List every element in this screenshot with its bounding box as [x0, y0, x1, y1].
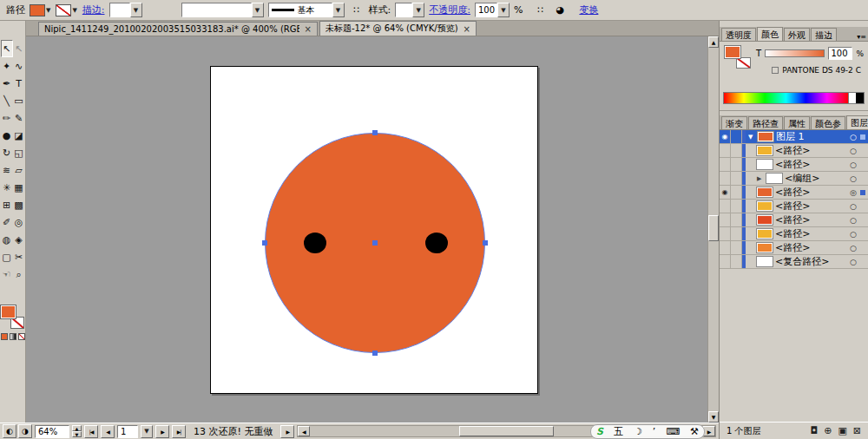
panel-tab-color[interactable]: 颜色 [757, 27, 783, 41]
eye-shape-2[interactable] [425, 233, 448, 253]
slice-tool[interactable]: ✂ [13, 248, 25, 265]
lock-toggle[interactable] [731, 130, 742, 143]
anchor-point-4[interactable] [483, 240, 488, 246]
target-circle[interactable]: ○ [846, 158, 860, 171]
blob-brush-tool[interactable]: ● [1, 127, 13, 144]
panel-tab-color-guide[interactable]: 颜色参 [811, 116, 845, 129]
free-transform-tool[interactable]: ▱ [13, 161, 25, 179]
layer-row-5[interactable]: ◉<路径>◎ [720, 186, 868, 200]
panel-tab-gradient[interactable]: 渐变 [721, 116, 747, 129]
chevron-down-icon[interactable]: ▼ [497, 3, 510, 17]
lock-toggle[interactable] [731, 172, 742, 185]
sogou-logo-icon[interactable]: S [596, 427, 603, 436]
chevron-down-icon[interactable]: ▼ [252, 3, 264, 17]
canvas[interactable] [26, 36, 707, 423]
vertical-scrollbar[interactable]: ▲ ▼ [707, 36, 719, 423]
new-sublayer-button[interactable]: ⊕ [824, 425, 832, 436]
target-circle[interactable]: ○ [846, 255, 860, 268]
gradient-mode-button[interactable] [10, 333, 16, 340]
lock-toggle[interactable] [731, 158, 742, 171]
lock-toggle[interactable] [731, 227, 742, 240]
lock-toggle[interactable] [731, 144, 742, 157]
panel-tab-layers[interactable]: 图层 [846, 115, 868, 129]
width-profile-select[interactable]: 基本 ▼ [268, 3, 345, 17]
target-circle[interactable]: ○ [846, 241, 860, 254]
status-expand-button[interactable]: ▶ [280, 425, 294, 438]
make-clipping-mask-button[interactable]: ◘ [810, 425, 818, 436]
expand-triangle-icon[interactable]: ▼ [748, 134, 755, 141]
transform-link[interactable]: 变换 [579, 3, 598, 16]
toolbox-icon[interactable]: ⚒ [690, 427, 699, 436]
none-mode-button[interactable] [18, 333, 25, 340]
hand-tool[interactable]: ☜ [1, 265, 13, 283]
layer-row-1[interactable]: ◉▼图层 1○ [720, 130, 868, 144]
delete-layer-button[interactable]: ⊠ [853, 425, 861, 436]
visibility-eye-toggle[interactable] [720, 241, 731, 254]
visibility-eye-toggle[interactable] [720, 227, 731, 240]
zoom-spinner[interactable]: ▲ ▼ [72, 425, 82, 437]
type-tool[interactable]: T [13, 75, 25, 92]
document-tab-1[interactable]: Nipic_1411249_20100202003515033183.ai* @… [38, 22, 318, 36]
layer-row-4[interactable]: ▶<编组>○ [720, 172, 868, 186]
color-mode-button[interactable] [1, 333, 8, 340]
mesh-tool[interactable]: ⊞ [1, 196, 13, 213]
visibility-eye-toggle[interactable] [720, 144, 731, 157]
target-circle[interactable]: ○ [846, 144, 860, 157]
horizontal-scroll-thumb[interactable] [459, 426, 554, 436]
color-spectrum-bar[interactable] [724, 93, 848, 103]
panel-tab-stroke[interactable]: 描边 [811, 28, 837, 41]
target-circle[interactable]: ○ [846, 130, 860, 143]
options-dots-icon[interactable]: ∷ [532, 3, 548, 17]
close-tab-icon[interactable]: × [305, 24, 312, 34]
line-segment-tool[interactable]: ╲ [1, 92, 13, 109]
expand-triangle-icon[interactable]: ▶ [757, 175, 764, 182]
new-layer-button[interactable]: ▣ [838, 425, 846, 436]
panel-menu-icon[interactable]: ▾≡ [857, 33, 866, 41]
stroke-weight-select[interactable]: ▼ [109, 3, 142, 17]
stroke-panel-link[interactable]: 描边: [82, 3, 105, 16]
blend-tool[interactable]: ◎ [13, 213, 25, 231]
visibility-eye-toggle[interactable] [720, 172, 731, 185]
first-page-button[interactable]: |◀ [84, 425, 98, 438]
panel-tab-attributes[interactable]: 属性 [784, 116, 810, 129]
layer-row-3[interactable]: <路径>○ [720, 158, 868, 172]
scroll-right-icon[interactable]: ▶ [703, 426, 715, 436]
panel-tab-transparency[interactable]: 透明度 [721, 28, 756, 41]
lock-toggle[interactable] [731, 186, 742, 199]
live-paint-bucket-tool[interactable]: ◍ [1, 231, 13, 248]
rectangle-tool[interactable]: ▭ [13, 92, 25, 109]
lock-toggle[interactable] [731, 255, 742, 268]
tint-slider[interactable] [765, 49, 825, 57]
gradient-tool[interactable]: ▩ [13, 196, 25, 213]
target-circle[interactable]: ◎ [846, 186, 860, 199]
graph-tool[interactable]: ▦ [13, 179, 25, 196]
chevron-down-icon[interactable]: ▼ [141, 425, 153, 438]
tint-value-input[interactable]: 100 [828, 47, 852, 60]
direct-selection-tool[interactable]: ↖ [13, 40, 25, 57]
chevron-down-icon[interactable]: ▼ [45, 7, 51, 14]
recolor-artwork-icon[interactable]: ◕ [552, 3, 568, 17]
live-paint-selection-tool[interactable]: ◈ [13, 231, 25, 248]
target-circle[interactable]: ○ [846, 200, 860, 213]
close-tab-icon[interactable]: × [464, 24, 470, 34]
anchor-point-3[interactable] [262, 240, 267, 246]
layer-row-9[interactable]: <路径>○ [720, 241, 868, 255]
black-swatch[interactable] [856, 93, 864, 103]
visibility-eye-toggle[interactable] [720, 213, 731, 226]
stroke-color-picker[interactable]: ▼ [56, 4, 77, 16]
vertical-scroll-thumb[interactable] [708, 215, 719, 241]
fill-stroke-proxy[interactable] [1, 305, 24, 329]
lock-toggle[interactable] [731, 200, 742, 213]
chevron-down-icon[interactable]: ▼ [71, 7, 77, 14]
anchor-point-1[interactable] [372, 130, 378, 135]
layer-row-8[interactable]: <路径>○ [720, 227, 868, 241]
scroll-up-icon[interactable]: ▲ [708, 36, 719, 48]
zoom-level-select[interactable]: 64% [35, 425, 69, 438]
anchor-point-2[interactable] [372, 351, 378, 356]
selection-tool[interactable]: ↖ [1, 40, 13, 57]
chevron-down-icon[interactable]: ▼ [412, 3, 424, 17]
color-view-icon[interactable]: ◑ [18, 424, 32, 438]
panel-tab-appearance[interactable]: 外观 [784, 28, 810, 41]
white-swatch[interactable] [848, 93, 856, 103]
brush-definition-select[interactable]: ▼ [181, 3, 264, 17]
